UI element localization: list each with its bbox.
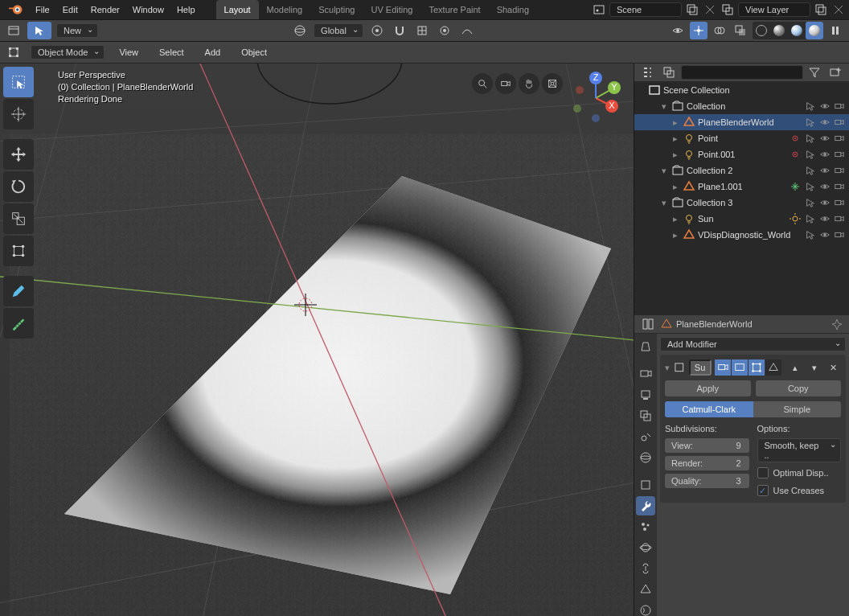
tree-row-point[interactable]: ▸Point	[634, 130, 849, 146]
restrict-viewport-icon[interactable]	[818, 164, 831, 177]
workspace-layout[interactable]: Layout	[216, 0, 259, 19]
proportional-edit-icon[interactable]	[436, 22, 453, 39]
add-menu[interactable]: Add	[199, 44, 228, 60]
snap-type-icon[interactable]	[413, 22, 431, 39]
nav-camera-icon[interactable]	[495, 73, 516, 94]
restrict-viewport-icon[interactable]	[818, 132, 831, 145]
outliner-new-collection-icon[interactable]	[826, 64, 844, 81]
ptab-render[interactable]	[636, 364, 655, 384]
ptab-physics[interactable]	[636, 538, 655, 557]
restrict-render-icon[interactable]	[833, 132, 846, 145]
mod-show-editmode-icon[interactable]	[749, 359, 765, 376]
pause-render-icon[interactable]	[826, 22, 844, 39]
ptab-output[interactable]	[636, 385, 655, 405]
tool-annotate[interactable]	[3, 276, 34, 306]
menu-window[interactable]: Window	[126, 2, 170, 18]
restrict-viewport-icon[interactable]	[818, 228, 831, 241]
menu-render[interactable]: Render	[84, 2, 126, 18]
xray-toggle-icon[interactable]	[732, 22, 749, 39]
scene-new-icon[interactable]	[685, 2, 699, 17]
orientation-dropdown[interactable]: Global	[314, 23, 363, 38]
add-modifier-dropdown[interactable]: Add Modifier	[660, 337, 846, 351]
restrict-select-icon[interactable]	[804, 164, 817, 177]
restrict-viewport-icon[interactable]	[818, 180, 831, 193]
restrict-select-icon[interactable]	[804, 148, 817, 161]
modifier-name-input[interactable]	[689, 359, 712, 376]
mod-show-cage-icon[interactable]	[765, 359, 781, 376]
shading-rendered[interactable]	[806, 22, 823, 39]
shading-wireframe[interactable]	[753, 22, 770, 39]
restrict-render-icon[interactable]	[833, 116, 846, 129]
tree-scene-collection[interactable]: Scene Collection	[634, 82, 849, 98]
mod-move-down-icon[interactable]: ▾	[806, 359, 822, 376]
tree-row-vdispdiagnostic-world[interactable]: ▸VDispDiagnostic_World	[634, 227, 849, 243]
tree-expand-icon[interactable]: ▸	[671, 230, 680, 240]
ptab-world[interactable]	[636, 448, 655, 467]
ptab-mesh[interactable]	[636, 580, 655, 599]
panel-toggle-icon[interactable]: ▾	[665, 363, 670, 373]
tool-measure[interactable]	[3, 308, 34, 339]
tree-expand-icon[interactable]: ▸	[671, 117, 680, 128]
shading-matprev[interactable]	[788, 22, 806, 39]
shading-solid[interactable]	[770, 22, 788, 39]
restrict-render-icon[interactable]	[833, 196, 846, 209]
viewlayer-browse-icon[interactable]	[720, 2, 735, 17]
restrict-viewport-icon[interactable]	[818, 196, 831, 209]
tree-expand-icon[interactable]: ▸	[671, 182, 680, 192]
tree-expand-icon[interactable]: ▾	[659, 101, 669, 112]
subdiv-render-input[interactable]: Render:2	[665, 456, 749, 470]
editor-type-icon[interactable]	[5, 22, 23, 39]
modifier-copy-button[interactable]: Copy	[756, 380, 842, 396]
subdivision-simple-button[interactable]: Simple	[753, 401, 842, 417]
scene-delete-icon[interactable]	[703, 2, 717, 17]
select-menu[interactable]: Select	[153, 44, 191, 60]
restrict-select-icon[interactable]	[804, 228, 817, 241]
tool-transform[interactable]	[3, 236, 34, 266]
tree-row-collection[interactable]: ▾Collection	[634, 98, 849, 114]
preset-dropdown[interactable]: New	[56, 23, 98, 38]
menu-edit[interactable]: Edit	[56, 2, 84, 18]
use-creases-checkbox[interactable]	[757, 485, 769, 496]
restrict-viewport-icon[interactable]	[818, 116, 831, 129]
nav-perspective-icon[interactable]	[542, 73, 563, 94]
nav-pan-icon[interactable]	[519, 73, 539, 94]
ptab-tool[interactable]	[636, 337, 655, 356]
scene-name-input[interactable]: Scene	[609, 2, 682, 17]
mode-dropdown[interactable]: Object Mode	[31, 45, 105, 60]
ptab-scene[interactable]	[636, 427, 655, 446]
workspace-modeling[interactable]: Modeling	[259, 0, 311, 19]
tree-row-sun[interactable]: ▸Sun	[634, 211, 849, 227]
restrict-select-icon[interactable]	[804, 116, 817, 129]
gizmo-toggle-icon[interactable]	[690, 22, 708, 39]
ptab-material[interactable]	[636, 601, 655, 616]
subdivision-catmull-button[interactable]: Catmull-Clark	[665, 401, 753, 417]
viewlayer-name-input[interactable]: View Layer	[738, 2, 810, 17]
restrict-viewport-icon[interactable]	[818, 100, 831, 113]
visibility-icon[interactable]	[669, 22, 687, 39]
restrict-select-icon[interactable]	[804, 180, 817, 193]
ptab-modifier[interactable]	[636, 496, 655, 515]
tool-rotate[interactable]	[3, 171, 34, 202]
outliner-tree[interactable]: Scene Collection ▾Collection ▸PlaneBlend…	[634, 82, 849, 315]
restrict-select-icon[interactable]	[804, 132, 817, 145]
workspace-shading[interactable]: Shading	[489, 0, 537, 19]
restrict-viewport-icon[interactable]	[818, 148, 831, 161]
restrict-render-icon[interactable]	[833, 212, 846, 225]
tree-row-collection-2[interactable]: ▾Collection 2	[634, 162, 849, 179]
restrict-select-icon[interactable]	[804, 100, 817, 113]
tree-row-plane1-001[interactable]: ▸Plane1.001	[634, 179, 849, 195]
ptab-constraints[interactable]	[636, 559, 655, 578]
mod-delete-icon[interactable]: ✕	[826, 359, 841, 376]
outliner-search-input[interactable]	[681, 65, 803, 80]
outliner-display-icon[interactable]	[660, 64, 678, 81]
restrict-render-icon[interactable]	[833, 228, 846, 241]
restrict-render-icon[interactable]	[833, 100, 846, 113]
mode-icon[interactable]	[5, 43, 23, 61]
tool-select-box[interactable]	[3, 67, 34, 97]
workspace-uv[interactable]: UV Editing	[363, 0, 420, 19]
ptab-viewlayer[interactable]	[636, 406, 655, 425]
tree-row-point-001[interactable]: ▸Point.001	[634, 146, 849, 162]
pivot-icon[interactable]	[368, 22, 386, 39]
menu-help[interactable]: Help	[170, 2, 202, 18]
snap-toggle-icon[interactable]	[391, 22, 408, 39]
